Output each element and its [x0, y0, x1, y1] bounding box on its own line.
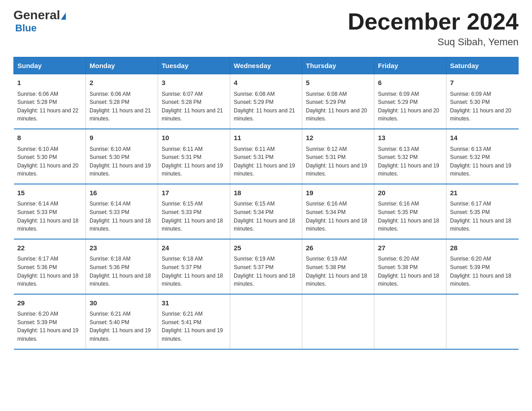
day-info: Sunrise: 6:20 AM Sunset: 5:38 PM Dayligh… [378, 255, 442, 288]
day-number: 3 [162, 78, 226, 88]
day-number: 27 [378, 243, 442, 253]
calendar-cell: 31 Sunrise: 6:21 AM Sunset: 5:41 PM Dayl… [158, 294, 230, 349]
day-info: Sunrise: 6:13 AM Sunset: 5:32 PM Dayligh… [450, 145, 515, 178]
day-number: 18 [234, 188, 298, 198]
day-info: Sunrise: 6:06 AM Sunset: 5:28 PM Dayligh… [90, 90, 154, 123]
header-day-saturday: Saturday [446, 57, 519, 74]
calendar-cell: 6 Sunrise: 6:09 AM Sunset: 5:29 PM Dayli… [374, 74, 446, 129]
day-number: 15 [17, 188, 82, 198]
header-day-thursday: Thursday [302, 57, 374, 74]
day-number: 2 [90, 78, 154, 88]
day-number: 13 [378, 133, 442, 143]
calendar-cell: 2 Sunrise: 6:06 AM Sunset: 5:28 PM Dayli… [86, 74, 158, 129]
day-info: Sunrise: 6:17 AM Sunset: 5:35 PM Dayligh… [450, 200, 515, 233]
calendar-cell: 17 Sunrise: 6:15 AM Sunset: 5:33 PM Dayl… [158, 184, 230, 239]
day-info: Sunrise: 6:18 AM Sunset: 5:37 PM Dayligh… [162, 255, 226, 288]
day-number: 11 [234, 133, 298, 143]
header-day-tuesday: Tuesday [158, 57, 230, 74]
page-header: General Blue December 2024 Suq Sibah, Ye… [13, 9, 519, 48]
day-info: Sunrise: 6:06 AM Sunset: 5:28 PM Dayligh… [17, 90, 82, 123]
header-day-sunday: Sunday [14, 57, 86, 74]
header-day-friday: Friday [374, 57, 446, 74]
day-info: Sunrise: 6:19 AM Sunset: 5:37 PM Dayligh… [234, 255, 298, 288]
day-info: Sunrise: 6:19 AM Sunset: 5:38 PM Dayligh… [306, 255, 370, 288]
calendar-cell: 22 Sunrise: 6:17 AM Sunset: 5:36 PM Dayl… [14, 239, 86, 294]
day-number: 25 [234, 243, 298, 253]
day-info: Sunrise: 6:15 AM Sunset: 5:33 PM Dayligh… [162, 200, 226, 233]
calendar-cell: 3 Sunrise: 6:07 AM Sunset: 5:28 PM Dayli… [158, 74, 230, 129]
day-number: 31 [162, 298, 226, 308]
calendar-cell [302, 294, 374, 349]
calendar-cell: 9 Sunrise: 6:10 AM Sunset: 5:30 PM Dayli… [86, 129, 158, 184]
logo: General Blue [13, 9, 66, 34]
day-info: Sunrise: 6:20 AM Sunset: 5:39 PM Dayligh… [450, 255, 515, 288]
week-row-1: 1 Sunrise: 6:06 AM Sunset: 5:28 PM Dayli… [14, 74, 519, 129]
day-info: Sunrise: 6:14 AM Sunset: 5:33 PM Dayligh… [17, 200, 82, 233]
week-row-5: 29 Sunrise: 6:20 AM Sunset: 5:39 PM Dayl… [14, 294, 519, 349]
day-info: Sunrise: 6:09 AM Sunset: 5:29 PM Dayligh… [378, 90, 442, 123]
calendar-header: SundayMondayTuesdayWednesdayThursdayFrid… [14, 57, 519, 74]
day-number: 14 [450, 133, 515, 143]
day-info: Sunrise: 6:12 AM Sunset: 5:31 PM Dayligh… [306, 145, 370, 178]
day-number: 30 [90, 298, 154, 308]
day-number: 5 [306, 78, 370, 88]
calendar-cell: 11 Sunrise: 6:11 AM Sunset: 5:31 PM Dayl… [230, 129, 302, 184]
day-number: 28 [450, 243, 515, 253]
calendar-cell: 7 Sunrise: 6:09 AM Sunset: 5:30 PM Dayli… [446, 74, 519, 129]
day-number: 24 [162, 243, 226, 253]
day-info: Sunrise: 6:08 AM Sunset: 5:29 PM Dayligh… [234, 90, 298, 123]
day-info: Sunrise: 6:15 AM Sunset: 5:34 PM Dayligh… [234, 200, 298, 233]
day-info: Sunrise: 6:20 AM Sunset: 5:39 PM Dayligh… [17, 310, 82, 343]
day-info: Sunrise: 6:21 AM Sunset: 5:41 PM Dayligh… [162, 310, 226, 343]
day-number: 23 [90, 243, 154, 253]
day-info: Sunrise: 6:11 AM Sunset: 5:31 PM Dayligh… [162, 145, 226, 178]
location-subtitle: Suq Sibah, Yemen [348, 36, 519, 48]
week-row-3: 15 Sunrise: 6:14 AM Sunset: 5:33 PM Dayl… [14, 184, 519, 239]
calendar-cell [230, 294, 302, 349]
day-number: 29 [17, 298, 82, 308]
day-info: Sunrise: 6:21 AM Sunset: 5:40 PM Dayligh… [90, 310, 154, 343]
calendar-cell: 20 Sunrise: 6:16 AM Sunset: 5:35 PM Dayl… [374, 184, 446, 239]
day-number: 4 [234, 78, 298, 88]
day-info: Sunrise: 6:16 AM Sunset: 5:34 PM Dayligh… [306, 200, 370, 233]
day-number: 20 [378, 188, 442, 198]
week-row-4: 22 Sunrise: 6:17 AM Sunset: 5:36 PM Dayl… [14, 239, 519, 294]
month-title: December 2024 [348, 9, 519, 34]
day-info: Sunrise: 6:11 AM Sunset: 5:31 PM Dayligh… [234, 145, 298, 178]
calendar-cell: 15 Sunrise: 6:14 AM Sunset: 5:33 PM Dayl… [14, 184, 86, 239]
day-info: Sunrise: 6:10 AM Sunset: 5:30 PM Dayligh… [17, 145, 82, 178]
day-number: 9 [90, 133, 154, 143]
calendar-cell: 16 Sunrise: 6:14 AM Sunset: 5:33 PM Dayl… [86, 184, 158, 239]
calendar-cell: 25 Sunrise: 6:19 AM Sunset: 5:37 PM Dayl… [230, 239, 302, 294]
header-day-monday: Monday [86, 57, 158, 74]
calendar-cell [374, 294, 446, 349]
header-row: SundayMondayTuesdayWednesdayThursdayFrid… [14, 57, 519, 74]
calendar-cell: 8 Sunrise: 6:10 AM Sunset: 5:30 PM Dayli… [14, 129, 86, 184]
day-info: Sunrise: 6:13 AM Sunset: 5:32 PM Dayligh… [378, 145, 442, 178]
day-info: Sunrise: 6:17 AM Sunset: 5:36 PM Dayligh… [17, 255, 82, 288]
day-number: 26 [306, 243, 370, 253]
calendar-cell: 26 Sunrise: 6:19 AM Sunset: 5:38 PM Dayl… [302, 239, 374, 294]
calendar-cell: 12 Sunrise: 6:12 AM Sunset: 5:31 PM Dayl… [302, 129, 374, 184]
title-section: December 2024 Suq Sibah, Yemen [348, 9, 519, 48]
day-info: Sunrise: 6:16 AM Sunset: 5:35 PM Dayligh… [378, 200, 442, 233]
calendar-cell: 30 Sunrise: 6:21 AM Sunset: 5:40 PM Dayl… [86, 294, 158, 349]
calendar-cell: 24 Sunrise: 6:18 AM Sunset: 5:37 PM Dayl… [158, 239, 230, 294]
day-number: 10 [162, 133, 226, 143]
calendar-body: 1 Sunrise: 6:06 AM Sunset: 5:28 PM Dayli… [14, 74, 519, 349]
week-row-2: 8 Sunrise: 6:10 AM Sunset: 5:30 PM Dayli… [14, 129, 519, 184]
day-number: 19 [306, 188, 370, 198]
calendar-cell: 23 Sunrise: 6:18 AM Sunset: 5:36 PM Dayl… [86, 239, 158, 294]
calendar-cell: 29 Sunrise: 6:20 AM Sunset: 5:39 PM Dayl… [14, 294, 86, 349]
calendar-cell: 19 Sunrise: 6:16 AM Sunset: 5:34 PM Dayl… [302, 184, 374, 239]
day-number: 12 [306, 133, 370, 143]
day-number: 21 [450, 188, 515, 198]
calendar-table: SundayMondayTuesdayWednesdayThursdayFrid… [13, 57, 519, 349]
calendar-cell: 10 Sunrise: 6:11 AM Sunset: 5:31 PM Dayl… [158, 129, 230, 184]
day-number: 16 [90, 188, 154, 198]
calendar-cell: 1 Sunrise: 6:06 AM Sunset: 5:28 PM Dayli… [14, 74, 86, 129]
calendar-cell: 4 Sunrise: 6:08 AM Sunset: 5:29 PM Dayli… [230, 74, 302, 129]
calendar-cell: 28 Sunrise: 6:20 AM Sunset: 5:39 PM Dayl… [446, 239, 519, 294]
calendar-cell [446, 294, 519, 349]
day-number: 8 [17, 133, 82, 143]
